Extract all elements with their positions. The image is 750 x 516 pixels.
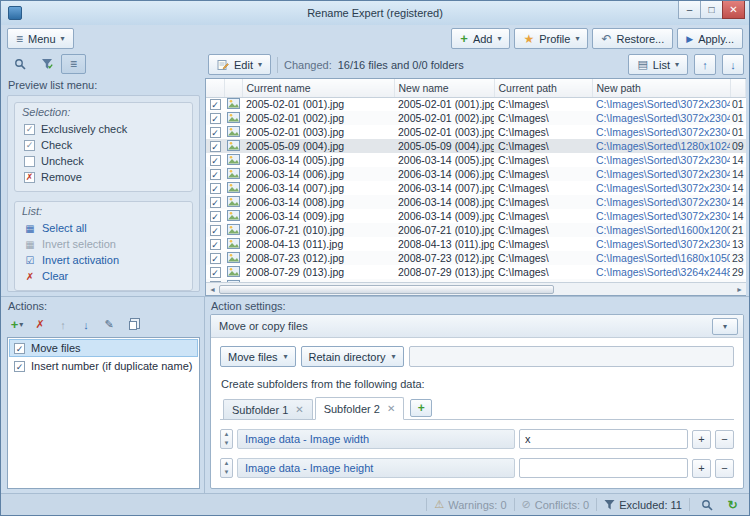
file-row[interactable]: ✓ 2005-02-01 (001).jpg 2005-02-01 (001).… (206, 97, 746, 111)
delete-action-button[interactable]: ✗ (30, 315, 50, 334)
current-name-cell: 2005-05-09 (004).jpg (242, 139, 394, 153)
list-view-button[interactable]: ▤ List ▾ (628, 54, 688, 75)
current-name-column-header[interactable]: Current name (242, 79, 394, 97)
preview-list-menu-button[interactable]: ≡ (61, 54, 86, 74)
remove-field-button[interactable]: − (715, 430, 734, 449)
subfolder-tab[interactable]: Subfolder 2 ✕ (315, 397, 405, 420)
close-tab-icon[interactable]: ✕ (295, 404, 303, 415)
list-command[interactable]: Select all (22, 220, 185, 236)
scroll-left-icon[interactable]: ◄ (206, 286, 219, 293)
close-tab-icon[interactable]: ✕ (387, 403, 395, 414)
directory-dropdown[interactable]: Retain directory ▾ (301, 346, 404, 367)
action-checkbox[interactable]: ✓ (14, 343, 25, 354)
spinner-down-icon[interactable]: ▼ (221, 468, 232, 477)
remove-field-button[interactable]: − (715, 459, 734, 478)
add-subfolder-tab-button[interactable]: + (410, 399, 432, 417)
refresh-button[interactable]: ↻ (723, 496, 742, 513)
restore-button[interactable]: ↶ Restore... (592, 28, 673, 49)
menu-button[interactable]: ≡ Menu ▾ (7, 28, 74, 49)
row-checkbox[interactable]: ✓ (210, 99, 221, 110)
action-list-item[interactable]: ✓ Insert number (if duplicate name) (9, 357, 198, 375)
collapse-panel-button[interactable]: ▾ (712, 318, 738, 335)
row-checkbox[interactable]: ✓ (210, 225, 221, 236)
add-button[interactable]: + Add ▾ (451, 28, 510, 49)
data-field-label[interactable]: Image data - Image width (237, 429, 515, 449)
move-action-up-button[interactable]: ↑ (53, 315, 73, 334)
spinner-up-icon[interactable]: ▲ (221, 459, 232, 468)
list-command[interactable]: Clear (22, 268, 185, 284)
action-checkbox[interactable]: ✓ (14, 361, 25, 372)
file-row[interactable]: ✓ 2008-07-23 (012).jpg 2008-07-23 (012).… (206, 251, 746, 265)
file-row[interactable]: ✓ 2008-04-13 (011).jpg 2008-04-13 (011).… (206, 237, 746, 251)
separator-input[interactable] (519, 458, 688, 478)
scroll-right-icon[interactable]: ► (733, 286, 746, 293)
selection-option[interactable]: Exclusively check (22, 121, 185, 137)
profile-button[interactable]: ★ Profile ▾ (514, 28, 588, 49)
selection-option[interactable]: Check (22, 137, 185, 153)
scrollbar-thumb[interactable] (219, 285, 554, 294)
mode-dropdown[interactable]: Move files ▾ (220, 346, 296, 367)
row-checkbox[interactable]: ✓ (210, 183, 221, 194)
rename-action-button[interactable]: ✎ (99, 315, 119, 334)
edit-button[interactable]: Edit ▾ (208, 54, 271, 75)
duplicate-action-button[interactable] (122, 315, 142, 334)
check-column-header[interactable] (206, 79, 224, 97)
close-button[interactable]: ✕ (722, 1, 745, 19)
reorder-spinner[interactable]: ▲▼ (220, 458, 233, 478)
row-checkbox[interactable]: ✓ (210, 211, 221, 222)
file-row[interactable]: ✓ 2005-02-01 (003).jpg 2005-02-01 (003).… (206, 125, 746, 139)
row-checkbox[interactable]: ✓ (210, 253, 221, 264)
reorder-spinner[interactable]: ▲▼ (220, 429, 233, 449)
row-checkbox[interactable]: ✓ (210, 169, 221, 180)
apply-button[interactable]: ▶ Apply... (677, 28, 743, 49)
row-checkbox[interactable]: ✓ (210, 197, 221, 208)
scroll-up-button[interactable]: ↑ (694, 54, 716, 75)
file-row[interactable]: ✓ 2005-05-09 (004).jpg 2005-05-09 (004).… (206, 139, 746, 153)
add-field-button[interactable]: + (692, 430, 711, 449)
row-checkbox[interactable]: ✓ (210, 267, 221, 278)
minimize-button[interactable]: – (678, 1, 701, 19)
list-command[interactable]: Invert selection (22, 236, 185, 252)
icon-column-header[interactable] (224, 79, 242, 97)
data-field-label[interactable]: Image data - Image height (237, 458, 515, 478)
file-list-toolbar: Edit ▾ Changed: 16/16 files and 0/0 fold… (205, 54, 746, 78)
scroll-down-button[interactable]: ↓ (722, 54, 744, 75)
clipped-column-header[interactable] (730, 79, 746, 97)
file-row[interactable]: ✓ 2006-03-14 (005).jpg 2006-03-14 (005).… (206, 153, 746, 167)
status-search-button[interactable] (697, 496, 716, 513)
horizontal-scrollbar[interactable]: ◄ ► (206, 282, 746, 295)
title-bar[interactable]: Rename Expert (registered) – □ ✕ (1, 1, 749, 25)
target-path-field[interactable] (409, 346, 734, 367)
row-checkbox[interactable]: ✓ (210, 127, 221, 138)
row-checkbox[interactable]: ✓ (210, 239, 221, 250)
separator-input[interactable] (519, 429, 688, 449)
subfolder-tab[interactable]: Subfolder 1 ✕ (223, 399, 313, 419)
add-action-button[interactable]: + ▾ (7, 315, 27, 334)
row-checkbox[interactable]: ✓ (210, 141, 221, 152)
row-checkbox[interactable]: ✓ (210, 155, 221, 166)
add-field-button[interactable]: + (692, 459, 711, 478)
file-row[interactable]: ✓ 2006-03-14 (006).jpg 2006-03-14 (006).… (206, 167, 746, 181)
maximize-button[interactable]: □ (700, 1, 723, 19)
filter-button[interactable] (34, 54, 59, 74)
list-command[interactable]: Invert activation (22, 252, 185, 268)
spinner-down-icon[interactable]: ▼ (221, 439, 232, 448)
search-button[interactable] (7, 54, 32, 74)
file-row[interactable]: ✓ 2006-03-14 (009).jpg 2006-03-14 (009).… (206, 209, 746, 223)
spinner-up-icon[interactable]: ▲ (221, 430, 232, 439)
file-row[interactable]: ✓ 2008-07-29 (013).jpg 2008-07-29 (013).… (206, 265, 746, 279)
move-action-down-button[interactable]: ↓ (76, 315, 96, 334)
row-checkbox[interactable]: ✓ (210, 113, 221, 124)
selection-option[interactable]: Remove (22, 169, 185, 185)
file-row[interactable]: ✓ 2006-03-14 (008).jpg 2006-03-14 (008).… (206, 195, 746, 209)
chevron-down-icon: ▾ (19, 320, 23, 329)
file-row[interactable]: ✓ 2006-03-14 (007).jpg 2006-03-14 (007).… (206, 181, 746, 195)
new-name-column-header[interactable]: New name (394, 79, 494, 97)
file-row[interactable]: ✓ 2006-07-21 (010).jpg 2006-07-21 (010).… (206, 223, 746, 237)
current-path-column-header[interactable]: Current path (494, 79, 592, 97)
file-row[interactable]: ✓ 2005-02-01 (002).jpg 2005-02-01 (002).… (206, 111, 746, 125)
new-path-column-header[interactable]: New path (592, 79, 730, 97)
action-list-item[interactable]: ✓ Move files (9, 339, 198, 357)
new-name-cell: 2005-02-01 (001).jpg (394, 97, 494, 111)
selection-option[interactable]: Uncheck (22, 153, 185, 169)
